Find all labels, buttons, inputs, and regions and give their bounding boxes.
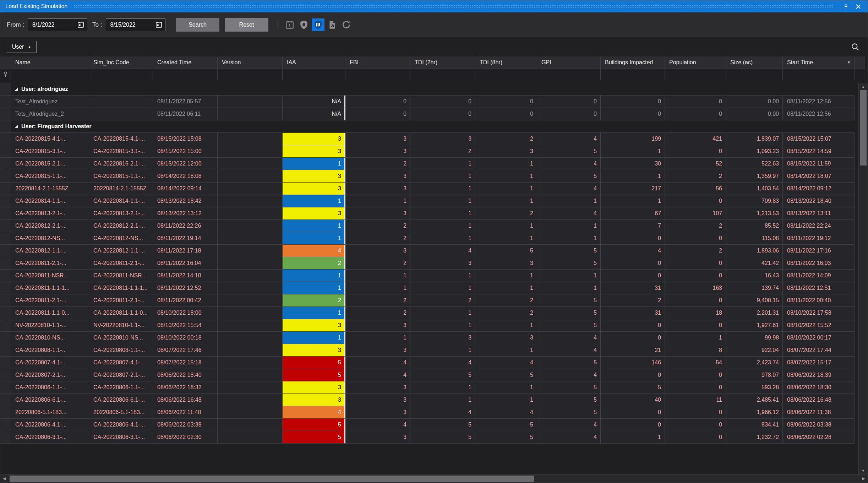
filter-cell-fbi[interactable] [345, 69, 410, 80]
table-row[interactable]: CA-20220811-2.1-...CA-20220811-2.1-...08… [0, 257, 855, 270]
table-row[interactable]: CA-20220807-4.1-...CA-20220807-4.1-...08… [0, 357, 855, 369]
table-row[interactable]: CA-20220811-NSR...CA-20220811-NSR...08/1… [0, 270, 855, 282]
group-expand-icon[interactable] [15, 88, 18, 91]
reset-button[interactable]: Reset [225, 18, 268, 32]
search-magnifier-icon[interactable] [851, 42, 860, 51]
cell-created_time: 08/06/2022 16:48 [153, 394, 218, 406]
table-row[interactable]: Test_Alrodriguez08/11/2022 05:57N/A00000… [0, 96, 855, 108]
cell-buildings_impacted: 1 [601, 431, 665, 444]
filter-cell-name[interactable] [11, 69, 89, 80]
column-header-created_time[interactable]: Created Time [153, 56, 218, 69]
shield-flame-icon[interactable] [297, 18, 310, 31]
close-icon[interactable] [852, 2, 864, 11]
pin-icon[interactable] [840, 2, 852, 11]
horizontal-scroll-thumb[interactable] [10, 476, 534, 482]
group-expand-icon[interactable] [15, 125, 18, 128]
table-row[interactable]: CA-20220808-1.1-...CA-20220808-1.1-...08… [0, 344, 855, 357]
horizontal-scrollbar[interactable]: ◀ ▶ [0, 474, 868, 483]
cell-sim_inc_code: CA-20220815-4.1-... [89, 133, 153, 145]
cell-tdi_8hr: 1 [475, 282, 537, 294]
filter-cell-tdi_8hr[interactable] [475, 69, 537, 80]
calendar-day-icon[interactable]: 1 [283, 18, 296, 31]
cell-tdi_8hr: 1 [475, 270, 537, 282]
filter-cell-population[interactable] [665, 69, 726, 80]
filter-cell-version[interactable] [218, 69, 283, 80]
column-header-name[interactable]: Name [11, 56, 89, 69]
table-row[interactable]: CA-20220812-NS...CA-20220812-NS...08/11/… [0, 232, 855, 245]
calendar-icon[interactable] [155, 21, 162, 28]
cell-created_time: 08/11/2022 05:57 [153, 96, 218, 108]
filter-cell-gpi[interactable] [537, 69, 601, 80]
column-header-gpi[interactable]: GPI [537, 56, 601, 69]
cell-tdi_2hr: 3 [410, 332, 475, 344]
cell-size_ac: 139.74 [726, 282, 783, 294]
column-header-start_time[interactable]: Start Time▼ [783, 56, 855, 69]
to-date-input[interactable]: 8/15/2022 [106, 18, 165, 31]
table-row[interactable]: 20220806-5.1-183...20220806-5.1-183...08… [0, 406, 855, 419]
filter-cell-created_time[interactable] [153, 69, 218, 80]
table-row[interactable]: CA-20220807-2.1-...CA-20220807-2.1-...08… [0, 369, 855, 381]
group-by-user-chip[interactable]: User ▲ [7, 41, 37, 53]
shield-map-icon[interactable] [312, 18, 324, 31]
table-row[interactable]: CA-20220812-2.1-...CA-20220812-2.1-...08… [0, 220, 855, 232]
table-row[interactable]: 20220814-2.1-1555Z20220814-2.1-1555Z08/1… [0, 183, 855, 195]
vertical-scroll-thumb[interactable] [860, 90, 867, 165]
scroll-right-icon[interactable]: ▶ [860, 474, 868, 483]
table-row[interactable]: CA-20220815-3.1-...CA-20220815-3.1-...08… [0, 145, 855, 158]
cell-tdi_8hr: 1 [475, 183, 537, 195]
table-row[interactable]: CA-20220810-NS...CA-20220810-NS...08/10/… [0, 332, 855, 344]
column-header-buildings_impacted[interactable]: Buildings Impacted [601, 56, 665, 69]
filter-cell-buildings_impacted[interactable] [601, 69, 665, 80]
cell-fbi: 1 [345, 195, 410, 207]
calendar-icon[interactable] [77, 21, 84, 28]
cell-created_time: 08/11/2022 00:42 [153, 294, 218, 307]
cell-sim_inc_code: CA-20220806-6.1-... [89, 394, 153, 406]
cell-tdi_8hr: 5 [475, 245, 537, 257]
table-row[interactable]: CA-20220811-2.1-...CA-20220811-2.1-...08… [0, 294, 855, 307]
column-header-iaa[interactable]: IAA [283, 56, 345, 69]
table-row[interactable]: CA-20220806-1.1-...CA-20220806-1.1-...08… [0, 381, 855, 394]
table-row[interactable]: CA-20220815-2.1-...CA-20220815-2.1-...08… [0, 158, 855, 170]
filter-cell-start_time[interactable] [783, 69, 855, 80]
column-header-label: Size (ac) [730, 59, 753, 66]
column-header-tdi_2hr[interactable]: TDI (2hr) [410, 56, 475, 69]
table-row[interactable]: NV-20220810-1.1-...NV-20220810-1.1-...08… [0, 319, 855, 332]
cell-tdi_8hr: 0 [475, 108, 537, 120]
column-header-size_ac[interactable]: Size (ac) [726, 56, 783, 69]
table-row[interactable]: CA-20220813-2.1-...CA-20220813-2.1-...08… [0, 207, 855, 220]
scroll-up-icon[interactable]: ▲ [859, 83, 868, 90]
filter-cell-sim_inc_code[interactable] [89, 69, 153, 80]
filter-pin-icon[interactable] [0, 69, 11, 80]
column-header-fbi[interactable]: FBI [345, 56, 410, 69]
filter-cell-tdi_2hr[interactable] [410, 69, 475, 80]
table-row[interactable]: CA-20220811-1.1-0...CA-20220811-1.1-0...… [0, 307, 855, 319]
column-header-population[interactable]: Population [665, 56, 726, 69]
table-row[interactable]: CA-20220815-4.1-...CA-20220815-4.1-...08… [0, 133, 855, 145]
cell-iaa: 1 [283, 282, 345, 294]
file-export-icon[interactable] [326, 18, 339, 31]
scroll-down-icon[interactable]: ▼ [859, 467, 868, 474]
table-row[interactable]: CA-20220815-1.1-...CA-20220815-1.1-...08… [0, 170, 855, 183]
vertical-scrollbar[interactable]: ▲ ▼ [858, 83, 868, 474]
table-row[interactable]: CA-20220806-6.1-...CA-20220806-6.1-...08… [0, 394, 855, 406]
table-row[interactable]: CA-20220806-4.1-...CA-20220806-4.1-...08… [0, 419, 855, 431]
column-header-sim_inc_code[interactable]: Sim_Inc Code [89, 56, 153, 69]
from-date-input[interactable]: 8/1/2022 [28, 18, 87, 31]
table-row[interactable]: CA-20220814-1.1-...CA-20220814-1.1-...08… [0, 195, 855, 207]
filter-cell-iaa[interactable] [283, 69, 345, 80]
group-row[interactable]: User: alrodriguez [0, 83, 855, 96]
refresh-icon[interactable] [340, 18, 353, 31]
scroll-left-icon[interactable]: ◀ [0, 474, 8, 483]
column-header-version[interactable]: Version [218, 56, 283, 69]
filter-cell-size_ac[interactable] [726, 69, 783, 80]
cell-buildings_impacted: 199 [601, 133, 665, 145]
column-header-tdi_8hr[interactable]: TDI (8hr) [475, 56, 537, 69]
group-row[interactable]: User: Fireguard Harvester [0, 120, 855, 133]
table-row[interactable]: CA-20220806-3.1-...CA-20220806-3.1-...08… [0, 431, 855, 444]
cell-name: CA-20220812-NS... [11, 232, 89, 245]
table-row[interactable]: CA-20220811-1.1-1...CA-20220811-1.1-1...… [0, 282, 855, 294]
cell-name: CA-20220811-2.1-... [11, 294, 89, 307]
table-row[interactable]: CA-20220812-1.1-...CA-20220812-1.1-...08… [0, 245, 855, 257]
search-button[interactable]: Search [176, 18, 219, 32]
table-row[interactable]: Tets_Alrodriguez_208/11/2022 06:11N/A000… [0, 108, 855, 120]
